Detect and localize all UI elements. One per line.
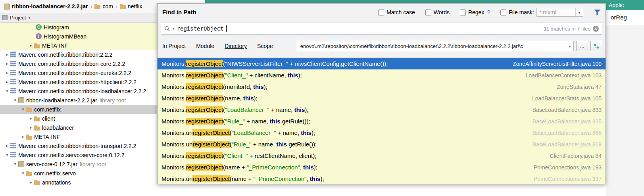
chevron-down-icon[interactable]: ▾ bbox=[20, 107, 26, 112]
tree-item[interactable]: ▾com.netflix bbox=[0, 105, 157, 114]
chevron-down-icon[interactable]: ▾ bbox=[4, 88, 10, 94]
result-row[interactable]: Monitors.registerObject("Client_" + clie… bbox=[158, 69, 606, 81]
code-segment: Monitors. bbox=[161, 118, 186, 125]
result-row[interactable]: Monitors.registerObject("Client_" + rest… bbox=[158, 150, 606, 161]
package-icon bbox=[34, 127, 40, 131]
file-mask-combo[interactable]: *.mxml ▾ bbox=[536, 8, 583, 17]
scope-tabs: In ProjectModuleDirectoryScope bbox=[162, 43, 283, 49]
regex-help-link[interactable]: ? bbox=[487, 9, 490, 15]
breadcrumb-item[interactable]: com bbox=[94, 3, 113, 10]
scope-tab-in-project[interactable]: In Project bbox=[162, 43, 186, 49]
breadcrumb-label: netflix bbox=[128, 3, 142, 10]
chevron-right-icon[interactable]: ▸ bbox=[20, 134, 26, 139]
directory-path-combo[interactable]: enovo\.m2\repository\com\netflix\ribbon\… bbox=[297, 41, 574, 51]
ide-window: Applic orReg ribbon-loadbalancer-2.2.2.j… bbox=[0, 0, 644, 196]
chevron-down-icon[interactable]: ▾ bbox=[575, 8, 583, 16]
chevron-down-icon[interactable]: ▾ bbox=[12, 161, 18, 167]
chevron-right-icon[interactable]: ▸ bbox=[28, 180, 34, 185]
words-checkbox[interactable]: Words bbox=[425, 9, 450, 15]
result-code: Monitors.registerObject(monitorId, this)… bbox=[161, 83, 267, 90]
chevron-right-icon[interactable]: ▸ bbox=[4, 52, 10, 57]
tree-item[interactable]: IHistogramMBean bbox=[0, 32, 157, 41]
window-titlebar-strip bbox=[205, 0, 644, 3]
tree-item[interactable]: ▾com.netflix.servo bbox=[0, 169, 157, 178]
result-row[interactable]: Monitors.registerObject(name, this);Load… bbox=[158, 92, 606, 104]
tree-item[interactable]: ▸Maven: com.netflix.ribbon:ribbon:2.2.2 bbox=[0, 50, 157, 59]
regex-checkbox[interactable]: Regex ? bbox=[460, 9, 490, 15]
checkbox-icon[interactable] bbox=[378, 10, 384, 15]
chevron-right-icon[interactable]: ▸ bbox=[4, 79, 10, 85]
result-row[interactable]: Monitors.unregisterObject("LoadBalancer_… bbox=[158, 127, 606, 138]
code-segment: Monitors. bbox=[161, 152, 186, 159]
results-list[interactable]: Monitors.registerObject("NIWSServerListF… bbox=[158, 58, 606, 184]
folder-icon bbox=[34, 44, 40, 48]
chevron-right-icon[interactable]: ▸ bbox=[28, 43, 34, 48]
code-segment: ); bbox=[254, 95, 258, 102]
tree-item[interactable]: ▸META-INF bbox=[0, 132, 157, 141]
result-row[interactable]: Monitors.registerObject(name + "_PrimeCo… bbox=[158, 161, 606, 173]
chevron-right-icon[interactable]: ▸ bbox=[28, 116, 34, 121]
tree-item[interactable]: ▸Maven: com.netflix.ribbon:ribbon-eureka… bbox=[0, 68, 157, 77]
tree-item[interactable]: ▾Maven: com.netflix.ribbon:ribbon-loadba… bbox=[0, 86, 157, 96]
file-mask-option[interactable]: File mask: *.mxml ▾ bbox=[500, 8, 583, 17]
package-icon bbox=[26, 108, 32, 112]
breadcrumb-item[interactable]: ribbon-loadbalancer-2.2.2.jar bbox=[4, 3, 88, 10]
tree-item[interactable]: ▸Maven: com.netflix.ribbon:ribbon-transp… bbox=[0, 141, 157, 150]
file-mask-value: *.mxml bbox=[537, 9, 575, 15]
chevron-right-icon[interactable]: ▸ bbox=[28, 125, 34, 130]
checkbox-icon[interactable] bbox=[425, 10, 431, 15]
tree-item[interactable]: ▸Maven: com.netflix.ribbon:ribbon-httpcl… bbox=[0, 77, 157, 86]
chevron-right-icon[interactable]: ▸ bbox=[4, 61, 10, 66]
tree-item[interactable]: CHistogram bbox=[0, 23, 157, 32]
result-row[interactable]: Monitors.registerObject("LoadBalancer_" … bbox=[158, 104, 606, 115]
result-code: Monitors.registerObject("Client_" + rest… bbox=[161, 152, 316, 159]
chevron-down-icon[interactable]: ▾ bbox=[12, 98, 18, 103]
result-code: Monitors.registerObject(name, this); bbox=[161, 95, 258, 102]
checkbox-icon[interactable] bbox=[460, 10, 466, 15]
tree-item-label: com.netflix.servo bbox=[34, 170, 76, 177]
folder-icon bbox=[94, 5, 100, 9]
tree-item[interactable]: ▾servo-core-0.12.7.jarlibrary root bbox=[0, 159, 157, 169]
tree-item[interactable]: ▸META-INF bbox=[0, 41, 157, 50]
match-case-checkbox[interactable]: Match case bbox=[378, 9, 415, 15]
search-icon bbox=[164, 26, 170, 32]
chevron-right-icon[interactable]: ▸ bbox=[4, 70, 10, 75]
result-row[interactable]: Monitors.unregisterObject(name + "_Prime… bbox=[158, 173, 606, 184]
browse-directory-button[interactable]: ... bbox=[576, 41, 588, 51]
scope-tab-directory[interactable]: Directory bbox=[225, 43, 247, 49]
breadcrumb-item[interactable]: netflix bbox=[120, 3, 142, 10]
chevron-down-icon[interactable]: ▾ bbox=[173, 27, 175, 31]
tree-item[interactable]: ▸Maven: com.netflix.ribbon:ribbon-core:2… bbox=[0, 59, 157, 68]
search-input[interactable]: registerObject bbox=[177, 25, 224, 32]
checkbox-icon[interactable] bbox=[500, 10, 506, 15]
chevron-right-icon[interactable]: ▸ bbox=[4, 143, 10, 148]
code-segment: , bbox=[300, 164, 303, 171]
tree-item-label: Maven: com.netflix.ribbon:ribbon-transpo… bbox=[18, 143, 136, 149]
search-field[interactable]: ▾ registerObject 11 matches in 7 files ✕ bbox=[161, 23, 602, 35]
tree-item[interactable]: ▸client bbox=[0, 114, 157, 123]
result-row[interactable]: Monitors.registerObject(monitorId, this)… bbox=[158, 81, 606, 92]
maven-icon bbox=[10, 61, 16, 67]
chevron-down-icon[interactable]: ▾ bbox=[20, 171, 26, 176]
chevron-down-icon[interactable]: ▾ bbox=[566, 41, 573, 51]
directory-structure-button[interactable] bbox=[590, 41, 602, 51]
tree-item[interactable]: ▾Maven: com.netflix.servo:servo-core:0.1… bbox=[0, 150, 157, 159]
chevron-down-icon[interactable]: ▾ bbox=[4, 152, 10, 158]
scope-tab-module[interactable]: Module bbox=[196, 43, 214, 49]
chevron-down-icon[interactable]: ▾ bbox=[28, 15, 30, 20]
tree-item[interactable]: ▸loadbalancer bbox=[0, 123, 157, 132]
code-segment: Monitors. bbox=[161, 95, 186, 102]
code-segment: this bbox=[310, 175, 321, 182]
project-tree[interactable]: CHistogramIHistogramMBean▸META-INF▸Maven… bbox=[0, 23, 157, 196]
filter-icon[interactable] bbox=[594, 9, 601, 16]
code-segment: "_PrimeConnection" bbox=[253, 175, 306, 182]
clear-search-icon[interactable]: ✕ bbox=[593, 26, 599, 32]
dialog-title: Find in Path bbox=[162, 9, 196, 15]
result-row[interactable]: Monitors.registerObject("NIWSServerListF… bbox=[158, 58, 606, 69]
result-row[interactable]: Monitors.unregisterObject("Rule_" + name… bbox=[158, 138, 606, 150]
tree-item[interactable]: ▾ribbon-loadbalancer-2.2.2.jarlibrary ro… bbox=[0, 96, 157, 105]
tree-item[interactable]: ▸annotations bbox=[0, 178, 157, 187]
project-toolwindow-header[interactable]: Project ▾ bbox=[0, 13, 157, 23]
scope-tab-scope[interactable]: Scope bbox=[257, 43, 273, 49]
result-row[interactable]: Monitors.registerObject("Rule_" + name, … bbox=[158, 115, 606, 127]
